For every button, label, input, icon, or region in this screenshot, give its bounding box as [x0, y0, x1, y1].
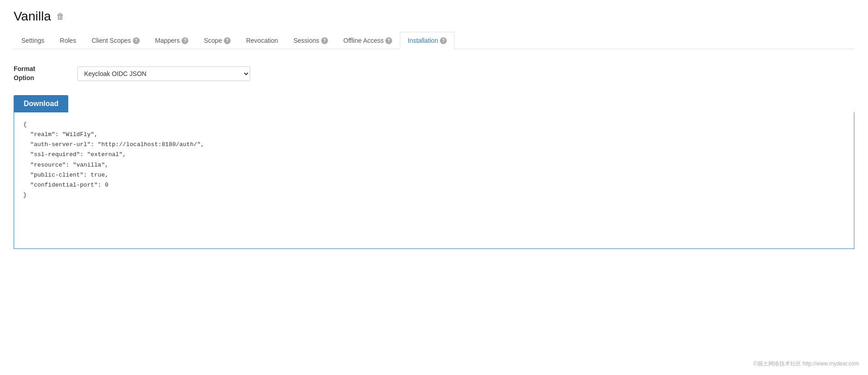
tab-label-settings: Settings [21, 37, 45, 44]
tab-label-roles: Roles [60, 37, 76, 44]
format-option-row: Format Option Keycloak OIDC JSONKeycloak… [14, 65, 854, 82]
code-block: { "realm": "WildFly", "auth-server-url":… [23, 120, 845, 200]
content-area: Format Option Keycloak OIDC JSONKeycloak… [14, 60, 854, 253]
tabs-nav: SettingsRolesClient Scopes?Mappers?Scope… [14, 32, 854, 49]
tab-label-revocation: Revocation [246, 37, 278, 44]
tab-label-installation: Installation [408, 37, 438, 44]
page-title-row: Vanilla 🗑 [14, 9, 854, 24]
trash-icon[interactable]: 🗑 [56, 12, 65, 21]
tab-label-scope: Scope [204, 37, 222, 44]
code-panel: { "realm": "WildFly", "auth-server-url":… [14, 112, 854, 249]
tab-revocation[interactable]: Revocation [238, 32, 286, 49]
tab-roles[interactable]: Roles [52, 32, 84, 49]
help-icon-installation[interactable]: ? [440, 37, 447, 44]
download-section: Download { "realm": "WildFly", "auth-ser… [14, 95, 854, 249]
format-select[interactable]: Keycloak OIDC JSONKeycloak OIDC JBoss Su… [77, 66, 250, 81]
page-container: Vanilla 🗑 SettingsRolesClient Scopes?Map… [0, 0, 868, 263]
tab-mappers[interactable]: Mappers? [147, 32, 196, 49]
tab-sessions[interactable]: Sessions? [286, 32, 336, 49]
help-icon-sessions[interactable]: ? [321, 37, 328, 44]
help-icon-mappers[interactable]: ? [182, 37, 188, 44]
tab-client-scopes[interactable]: Client Scopes? [84, 32, 147, 49]
tab-label-client-scopes: Client Scopes [91, 37, 131, 44]
tab-scope[interactable]: Scope? [196, 32, 238, 49]
help-icon-scope[interactable]: ? [224, 37, 231, 44]
watermark: ©掘土网络技术社区 http://www.mydear.com [753, 360, 859, 368]
page-title: Vanilla [14, 9, 51, 24]
download-button[interactable]: Download [14, 95, 68, 112]
tab-label-mappers: Mappers [155, 37, 180, 44]
tab-installation[interactable]: Installation? [400, 32, 454, 49]
tab-offline-access[interactable]: Offline Access? [336, 32, 400, 49]
format-label: Format Option [14, 65, 77, 82]
tab-label-offline-access: Offline Access [343, 37, 384, 44]
help-icon-offline-access[interactable]: ? [385, 37, 392, 44]
help-icon-client-scopes[interactable]: ? [133, 37, 140, 44]
tab-settings[interactable]: Settings [14, 32, 52, 49]
tab-label-sessions: Sessions [293, 37, 319, 44]
